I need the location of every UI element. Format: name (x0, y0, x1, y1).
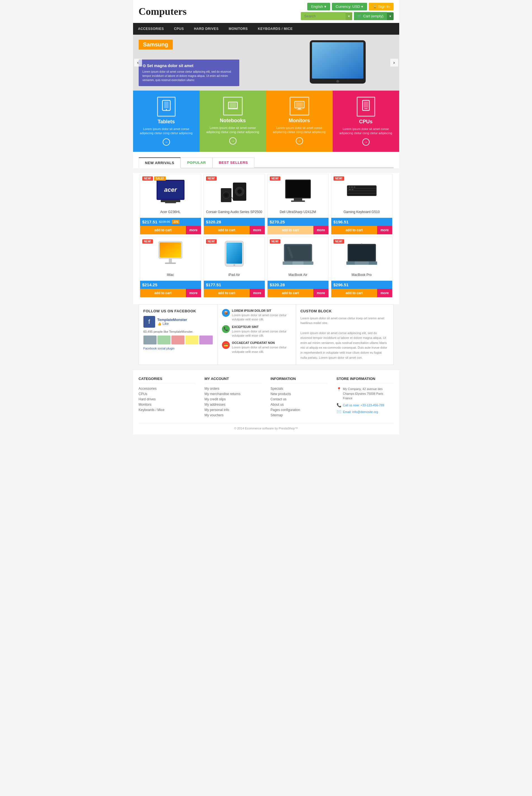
search-input[interactable] (301, 12, 345, 20)
more-button[interactable]: more (250, 226, 264, 234)
language-button[interactable]: English ▾ (307, 3, 330, 10)
product-price-row: $214.25 (140, 281, 201, 289)
footer-link-addresses[interactable]: My addresses (205, 403, 262, 406)
footer-link-pages[interactable]: Pages configuration (271, 408, 328, 412)
category-desc: Lorem ipsum dolor sit amet conse adipisc… (270, 126, 329, 134)
product-name: Acer G236HL (140, 208, 201, 218)
nav-item-monitors[interactable]: MONITORS (224, 23, 253, 35)
phone-icon: 📞 (337, 403, 341, 408)
category-tablets[interactable]: Tablets Lorem ipsum dolor sit amet conse… (133, 91, 200, 152)
add-to-cart-button-inactive[interactable]: add to cart (268, 226, 314, 234)
svg-rect-44 (159, 242, 181, 258)
tab-popular[interactable]: POPULAR (180, 157, 212, 168)
svg-rect-16 (364, 108, 368, 109)
add-to-cart-button[interactable]: add to cart (331, 289, 377, 297)
nav-item-cpus[interactable]: CPUS (169, 23, 189, 35)
svg-point-3 (336, 80, 339, 83)
footer-link-hard-drives[interactable]: Hard drives (139, 397, 196, 401)
footer-link-monitors[interactable]: Monitors (139, 403, 196, 406)
fb-avatar: f (144, 316, 155, 328)
tab-new-arrivals[interactable]: NEW ARRIVALS (139, 157, 181, 168)
add-to-cart-button[interactable]: add to cart (140, 226, 186, 234)
category-name: CPUs (359, 119, 373, 125)
footer-link-credit-slips[interactable]: My credit slips (205, 397, 262, 401)
fb-photo-1 (144, 336, 156, 344)
more-button[interactable]: more (377, 226, 392, 234)
footer-link-personal-info[interactable]: My personal info (205, 408, 262, 412)
cart-dropdown-button[interactable]: ▾ (387, 12, 394, 20)
slider-arrow-left[interactable]: ‹ (134, 59, 142, 67)
footer-link-new-products[interactable]: New products (271, 392, 328, 396)
footer-link-about[interactable]: About us (271, 403, 328, 406)
cart-button[interactable]: 🛒 Cart (empty) (354, 12, 387, 20)
header-controls: English ▾ Currency: USD ▾ 🔒 Sign In ▾ 🛒 … (301, 3, 393, 20)
category-name: Notebooks (220, 118, 246, 124)
currency-button[interactable]: Currency: USD ▾ (332, 3, 367, 10)
store-phone-link[interactable]: Call us now: +33-123-456-789 (343, 403, 384, 407)
footer-link-returns[interactable]: My merchandise returns (205, 392, 262, 396)
category-desc: Lorem ipsum dolor sit amet conse adipisc… (204, 126, 262, 134)
custom-block-title: CUSTOM BLOCK (301, 309, 389, 313)
svg-rect-46 (165, 263, 176, 264)
add-to-cart-button[interactable]: add to cart (204, 226, 250, 234)
footer-link-accessories[interactable]: Accessories (139, 387, 196, 391)
footer-link-keyboards[interactable]: Keyboards / Mice (139, 408, 196, 412)
add-to-cart-button[interactable]: add to cart (331, 226, 377, 234)
add-to-cart-button[interactable]: add to cart (268, 289, 314, 297)
category-notebooks[interactable]: Notebooks Lorem ipsum dolor sit amet con… (200, 91, 266, 152)
product-price: $214.25 (142, 282, 157, 287)
svg-point-6 (166, 109, 167, 110)
svg-rect-31 (294, 198, 302, 201)
tab-best-sellers[interactable]: BEST SELLERS (212, 157, 254, 168)
product-name: Gaming Keyboard G510 (331, 208, 392, 218)
footer-categories-title: CATEGORIES (139, 377, 196, 383)
svg-rect-13 (297, 109, 302, 110)
category-arrow-icon: → (163, 138, 170, 146)
category-cpus[interactable]: CPUs Lorem ipsum dolor sit amet conse ad… (333, 91, 399, 152)
store-address-item: 📍 My Company, 42 avenue des Champs Elysé… (337, 387, 394, 401)
footer-link-sitemap[interactable]: Sitemap (271, 413, 328, 417)
fb-photo-3 (171, 336, 185, 344)
signin-button[interactable]: 🔒 Sign In (369, 3, 393, 10)
more-button[interactable]: more (250, 289, 264, 297)
more-button[interactable]: more (314, 226, 328, 234)
footer-account-title: MY ACCOUNT (205, 377, 262, 383)
more-button[interactable]: more (377, 289, 392, 297)
product-price-row: $320.28 (268, 281, 328, 289)
nav-item-keyboards[interactable]: KEYBOARDS / MICE (253, 23, 298, 35)
svg-text:acer: acer (164, 186, 177, 193)
category-monitors[interactable]: Monitors Lorem ipsum dolor sit amet cons… (266, 91, 333, 152)
cart-label: Cart (empty) (363, 14, 383, 18)
footer-link-vouchers[interactable]: My vouchers (205, 413, 262, 417)
footer-link-contact[interactable]: Contact us (271, 397, 328, 401)
nav-item-accessories[interactable]: ACCESSORIES (133, 23, 169, 35)
svg-rect-56 (349, 245, 375, 260)
fb-like-button[interactable]: 👍 Like (157, 322, 187, 326)
new-badge: NEW! (334, 239, 344, 244)
lock-icon: 🔒 (373, 4, 377, 9)
slider-arrow-right[interactable]: › (390, 59, 398, 67)
add-to-cart-button[interactable]: add to cart (204, 289, 250, 297)
product-price: $296.51 (334, 282, 348, 287)
more-button[interactable]: more (186, 226, 201, 234)
store-email-link[interactable]: Email: info@demosite.org (343, 410, 378, 414)
more-button[interactable]: more (314, 289, 328, 297)
add-to-cart-button[interactable]: add to cart (140, 289, 186, 297)
category-arrow-icon: → (362, 138, 369, 146)
nav-item-hard-drives[interactable]: HARD DRIVES (189, 23, 224, 35)
store-address-text: My Company, 42 avenue des Champs Elysées… (343, 387, 394, 401)
lorem-item-1-text: Lorem ipsum dolor sit amet conse ctetur … (232, 313, 291, 322)
product-name: MacBook Air (268, 271, 328, 281)
lorem-item-2-title: EXCEPTEUR SINT (232, 325, 291, 328)
search-dropdown-button[interactable]: ▾ (345, 12, 352, 20)
footer-link-orders[interactable]: My orders (205, 387, 262, 391)
product-card-imac: NEW! iMac $214.25 add to cart more (140, 237, 201, 298)
bottom-blocks: FOLLOW US ON FACEBOOK f TemplateMonster … (139, 304, 394, 365)
email-icon: ✉️ (337, 410, 341, 414)
product-card-macbook-pro: NEW! MacBook Pro $296.51 add to cart mor… (331, 237, 393, 298)
more-button[interactable]: more (186, 289, 201, 297)
svg-rect-40 (354, 187, 355, 188)
svg-rect-37 (348, 194, 376, 195)
footer-link-cpus[interactable]: CPUs (139, 392, 196, 396)
footer-link-specials[interactable]: Specials (271, 387, 328, 391)
